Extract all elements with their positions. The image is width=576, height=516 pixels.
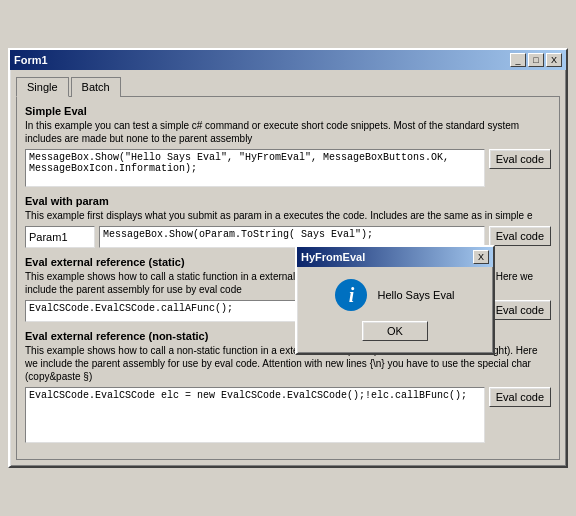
tab-content-wrapper: Simple Eval In this example you can test…: [25, 105, 551, 443]
modal-overlay: HyFromEval X i Hello Says Eval OK: [25, 105, 551, 443]
title-bar: Form1 _ □ X: [10, 50, 566, 70]
minimize-button[interactable]: _: [510, 53, 526, 67]
close-button[interactable]: X: [546, 53, 562, 67]
window-title: Form1: [14, 54, 48, 66]
maximize-button[interactable]: □: [528, 53, 544, 67]
tab-batch[interactable]: Batch: [71, 77, 121, 97]
modal-message-row: i Hello Says Eval: [335, 279, 454, 311]
modal-title: HyFromEval: [301, 251, 365, 263]
info-icon: i: [335, 279, 367, 311]
modal-close-button[interactable]: X: [473, 250, 489, 264]
modal-ok-button[interactable]: OK: [362, 321, 428, 341]
tab-single[interactable]: Single: [16, 77, 69, 97]
modal-message: Hello Says Eval: [377, 289, 454, 301]
modal-content: i Hello Says Eval OK: [297, 267, 493, 353]
window-content: Single Batch Simple Eval In this example…: [10, 70, 566, 466]
modal-title-bar: HyFromEval X: [297, 247, 493, 267]
tab-content: Simple Eval In this example you can test…: [16, 96, 560, 460]
tab-bar: Single Batch: [16, 76, 560, 96]
title-bar-controls: _ □ X: [510, 53, 562, 67]
main-window: Form1 _ □ X Single Batch Simple Eval In …: [8, 48, 568, 468]
modal-window: HyFromEval X i Hello Says Eval OK: [295, 245, 495, 355]
